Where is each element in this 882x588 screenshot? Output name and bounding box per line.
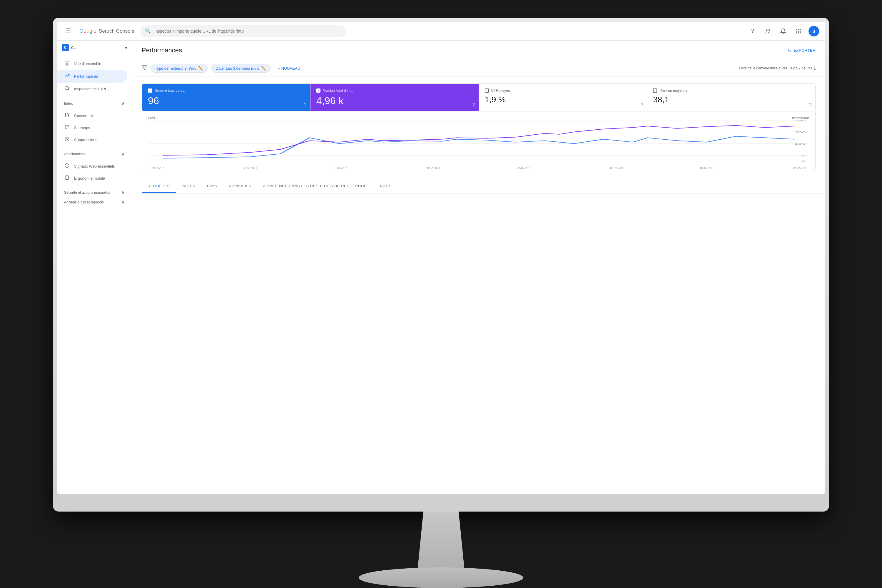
- index-section-header[interactable]: Index ∧: [57, 98, 132, 107]
- svg-rect-1: [796, 29, 797, 30]
- tab-requetes[interactable]: REQUÊTES: [142, 180, 176, 193]
- main-content: Performances EXPORTER: [132, 40, 825, 494]
- filters-bar: Type de recherche: Web ✏️ Date: Les 3 de…: [132, 60, 825, 76]
- tab-dates[interactable]: DATES: [372, 180, 398, 193]
- svg-point-10: [65, 86, 69, 90]
- app-logo: Google Search Console: [80, 28, 134, 34]
- filter-date-chip[interactable]: Date: Les 3 derniers mois ✏️: [211, 64, 270, 73]
- property-icon: C: [62, 44, 69, 51]
- bell-icon[interactable]: [778, 26, 789, 36]
- x-label-2: 12/02/2021: [242, 166, 257, 170]
- filter-date-label: Date: Les 3 derniers mois: [216, 66, 259, 70]
- metric-clics[interactable]: ✓ Nombre total de c... 96 ?: [142, 84, 310, 111]
- svg-line-11: [68, 89, 69, 90]
- sidebar-item-url-inspection[interactable]: Inspection de l'URL: [57, 82, 127, 95]
- svg-rect-2: [798, 29, 799, 30]
- metrics-section: ✓ Nombre total de c... 96 ? ✓: [132, 76, 825, 111]
- sidebar-item-signaux[interactable]: Signaux Web essentiels: [57, 160, 127, 172]
- export-button[interactable]: EXPORTER: [786, 48, 816, 52]
- chart-right-label: Impressions: [792, 116, 809, 120]
- securite-section-header[interactable]: Sécurité et actions manuelles ∨: [57, 187, 132, 196]
- sidebar-item-sitemaps[interactable]: Sitemaps: [57, 122, 127, 134]
- property-dropdown-icon[interactable]: ▾: [125, 45, 127, 51]
- chart-svg: 450 300 150 0 0: [148, 117, 809, 164]
- content-header: Performances EXPORTER: [132, 40, 825, 60]
- svg-point-0: [766, 29, 768, 31]
- chart-line-clics: [163, 136, 795, 159]
- tab-pays[interactable]: PAYS: [201, 180, 223, 193]
- x-label-3: 16/02/2021: [334, 166, 349, 170]
- metric-impressions-label: Nombre total d'im...: [323, 88, 353, 93]
- sidebar-label-url-inspection: Inspection de l'URL: [74, 87, 107, 91]
- x-label-8: 08/03/2021: [792, 166, 807, 170]
- metric-clics-checkbox: ✓ Nombre total de c...: [148, 88, 304, 93]
- update-date: Date de la dernière mise à jour : il y a…: [739, 66, 816, 70]
- svg-rect-13: [68, 125, 69, 126]
- svg-rect-22: [66, 176, 68, 179]
- tabs-bar: REQUÊTES PAGES PAYS APPAREILS APPARENCE …: [132, 180, 825, 194]
- sidebar-item-couverture[interactable]: Couverture: [57, 110, 127, 122]
- mobile-icon: [64, 175, 70, 182]
- index-chevron: ∧: [122, 100, 125, 106]
- metric-ctr[interactable]: CTR moyen 1,9 % ?: [479, 84, 647, 111]
- edit-icon: ✏️: [198, 66, 203, 70]
- checkbox-clics: ✓: [148, 88, 152, 93]
- users-icon[interactable]: [763, 26, 773, 36]
- metric-clics-help: ?: [304, 102, 307, 108]
- new-filter-button[interactable]: + NOUVEAU: [274, 64, 304, 72]
- sidebar-item-ergonomie[interactable]: Ergonomie mobile: [57, 172, 127, 184]
- metric-ctr-value: 1,9 %: [485, 95, 641, 104]
- tab-appareils[interactable]: APPAREILS: [223, 180, 257, 193]
- metrics-cards: ✓ Nombre total de c... 96 ? ✓: [142, 84, 816, 111]
- monitor-stand-neck: [412, 512, 470, 570]
- info-icon: ℹ: [814, 66, 816, 70]
- metric-ctr-label: CTR moyen: [491, 88, 510, 93]
- svg-rect-6: [800, 31, 801, 32]
- help-button[interactable]: ?: [747, 26, 758, 36]
- topbar-actions: ?: [747, 26, 819, 36]
- svg-rect-3: [800, 29, 801, 30]
- anciens-chevron: ∨: [122, 200, 125, 205]
- user-avatar[interactable]: a: [808, 26, 819, 36]
- metric-ctr-checkbox: CTR moyen: [485, 88, 641, 93]
- search-input[interactable]: [154, 29, 341, 33]
- ameliorations-chevron: ∧: [122, 151, 125, 157]
- sidebar-label-couverture: Couverture: [74, 114, 93, 118]
- chart-area: Clics Impressions 450 300 150: [142, 111, 816, 170]
- metric-clics-value: 96: [148, 95, 304, 106]
- tab-apparence[interactable]: APPARENCE DANS LES RÉSULTATS DE RECHERCH…: [257, 180, 372, 193]
- ameliorations-section-header[interactable]: Améliorations ∧: [57, 148, 132, 158]
- svg-rect-9: [800, 32, 801, 33]
- filter-type-chip[interactable]: Type de recherche: Web ✏️: [150, 64, 208, 73]
- chart-x-labels: 08/02/2021 12/02/2021 16/02/2021 20/02/2…: [148, 166, 809, 170]
- edit-icon-2: ✏️: [261, 66, 266, 70]
- property-selector[interactable]: C C... ▾: [57, 40, 132, 55]
- hamburger-icon[interactable]: ☰: [63, 25, 74, 38]
- sidebar-item-overview[interactable]: Vue d'ensemble: [57, 57, 127, 70]
- chart-line-impressions: [163, 126, 795, 155]
- search-bar[interactable]: 🔍: [140, 25, 346, 37]
- anciens-section-header[interactable]: Anciens outils et rapports ∨: [57, 196, 132, 206]
- sidebar-item-performances[interactable]: Performances: [57, 70, 127, 82]
- svg-text:300: 300: [795, 131, 806, 134]
- x-label-7: 04/03/2021: [700, 166, 715, 170]
- svg-rect-12: [65, 125, 66, 126]
- sidebar-label-ergonomie: Ergonomie mobile: [74, 176, 105, 180]
- monitor-screen: ☰ Google Search Console 🔍 ?: [57, 22, 825, 494]
- checkbox-position: [653, 88, 657, 93]
- svg-rect-4: [796, 31, 797, 32]
- monitor-stand-base: [358, 567, 524, 588]
- tab-pages[interactable]: PAGES: [176, 180, 201, 193]
- filter-icon: [142, 65, 147, 72]
- metric-impressions-help: ?: [472, 102, 475, 108]
- vitals-icon: [64, 163, 70, 170]
- sidebar-item-suppressions[interactable]: Suppressions: [57, 134, 127, 146]
- grid-icon[interactable]: [793, 26, 804, 36]
- checkbox-ctr: [485, 88, 489, 93]
- update-date-label: Date de la dernière mise à jour : il y a…: [739, 66, 812, 70]
- x-label-5: 24/02/2021: [517, 166, 532, 170]
- metric-impressions[interactable]: ✓ Nombre total d'im... 4,96 k ?: [310, 84, 479, 111]
- metric-position[interactable]: Position moyenne 38,1 ?: [647, 84, 815, 111]
- gsc-app: ☰ Google Search Console 🔍 ?: [57, 22, 825, 494]
- index-nav: Couverture Sitemaps: [57, 107, 132, 148]
